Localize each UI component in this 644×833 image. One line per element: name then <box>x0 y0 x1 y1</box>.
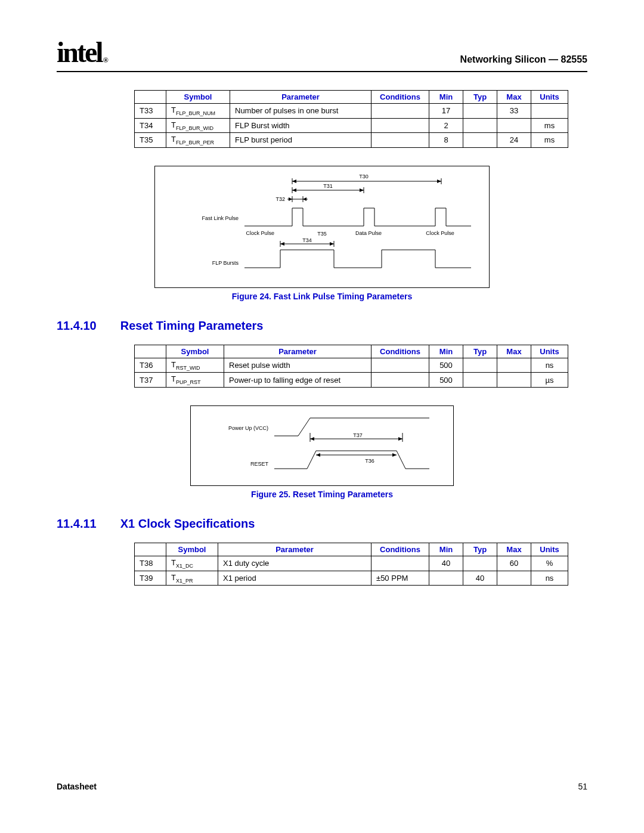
header: intel ® Networking Silicon — 82555 <box>57 36 587 72</box>
svg-marker-35 <box>398 437 402 441</box>
table-header-row: Symbol Parameter Conditions Min Typ Max … <box>135 543 568 556</box>
svg-marker-34 <box>310 437 314 441</box>
svg-marker-27 <box>280 242 284 246</box>
svg-text:T30: T30 <box>359 174 369 179</box>
svg-text:T37: T37 <box>353 432 363 438</box>
reset-timing-table: Symbol Parameter Conditions Min Typ Max … <box>134 345 568 388</box>
table-header-row: Symbol Parameter Conditions Min Typ Max … <box>135 345 568 358</box>
svg-text:Clock Pulse: Clock Pulse <box>246 230 274 236</box>
flp-burst-table: Symbol Parameter Conditions Min Typ Max … <box>134 90 568 148</box>
svg-text:Data Pulse: Data Pulse <box>355 230 382 236</box>
table-row: T36 TRST_WID Reset pulse width 500 ns <box>135 358 568 373</box>
svg-text:T34: T34 <box>302 237 312 243</box>
page-number: 51 <box>578 782 587 791</box>
col-conditions: Conditions <box>371 91 429 104</box>
svg-marker-9 <box>292 188 296 192</box>
logo-text: intel <box>57 36 102 69</box>
table-row: T38 TX1_DC X1 duty cycle 40 60 % <box>135 556 568 571</box>
section-title: X1 Clock Specifications <box>120 517 255 531</box>
section-x1-clock: 11.4.11 X1 Clock Specifications <box>57 517 587 531</box>
svg-marker-28 <box>330 242 334 246</box>
col-units: Units <box>531 91 568 104</box>
svg-marker-10 <box>360 188 364 192</box>
svg-text:Fast Link Pulse: Fast Link Pulse <box>202 215 239 221</box>
svg-marker-40 <box>392 453 397 457</box>
section-reset-timing: 11.4.10 Reset Timing Parameters <box>57 319 587 333</box>
figure-25-caption: Figure 25. Reset Timing Parameters <box>57 490 587 499</box>
table-header-row: Symbol Parameter Conditions Min Typ Max … <box>135 91 568 104</box>
col-blank <box>135 91 166 104</box>
page: intel ® Networking Silicon — 82555 Symbo… <box>0 0 644 833</box>
svg-marker-15 <box>289 197 292 201</box>
svg-text:FLP Bursts: FLP Bursts <box>212 260 239 266</box>
svg-text:T36: T36 <box>365 458 374 464</box>
table-row: T35 TFLP_BUR_PER FLP burst period 8 24 m… <box>135 133 568 148</box>
svg-text:T35: T35 <box>317 231 327 237</box>
footer: Datasheet 51 <box>57 782 587 791</box>
figure-24-caption: Figure 24. Fast Link Pulse Timing Parame… <box>57 292 587 301</box>
footer-label: Datasheet <box>57 782 97 791</box>
x1-clock-table: Symbol Parameter Conditions Min Typ Max … <box>134 543 568 586</box>
svg-text:RESET: RESET <box>250 461 269 467</box>
table-row: T37 TPUP_RST Power-up to falling edge of… <box>135 373 568 388</box>
section-title: Reset Timing Parameters <box>120 319 264 333</box>
svg-marker-3 <box>292 179 296 183</box>
document-title: Networking Silicon — 82555 <box>460 54 587 69</box>
svg-marker-16 <box>303 197 306 201</box>
section-number: 11.4.10 <box>57 319 97 333</box>
table-row: T34 TFLP_BUR_WID FLP Burst width 2 ms <box>135 118 568 133</box>
figure-24-box: T30 T31 T32 Fast Link Pulse Clock Pulse … <box>154 166 490 288</box>
registered-mark: ® <box>103 56 107 65</box>
table-row: T39 TX1_PR X1 period ±50 PPM 40 ns <box>135 571 568 586</box>
table-row: T33 TFLP_BUR_NUM Number of pulses in one… <box>135 104 568 119</box>
col-parameter: Parameter <box>230 91 371 104</box>
figure-25-box: Power Up (VCC) T37 RESET T36 <box>190 405 454 486</box>
fast-link-pulse-diagram: T30 T31 T32 Fast Link Pulse Clock Pulse … <box>155 166 489 286</box>
col-symbol: Symbol <box>166 91 230 104</box>
svg-text:T32: T32 <box>275 196 285 202</box>
section-number: 11.4.11 <box>57 517 97 531</box>
svg-marker-4 <box>437 179 441 183</box>
col-min: Min <box>429 91 463 104</box>
col-typ: Typ <box>463 91 497 104</box>
svg-text:Clock Pulse: Clock Pulse <box>426 230 454 236</box>
intel-logo: intel ® <box>57 36 107 69</box>
svg-text:T31: T31 <box>323 183 333 189</box>
svg-text:Power Up (VCC): Power Up (VCC) <box>228 425 268 431</box>
reset-timing-diagram: Power Up (VCC) T37 RESET T36 <box>191 406 453 484</box>
svg-marker-39 <box>316 453 320 457</box>
col-max: Max <box>497 91 531 104</box>
